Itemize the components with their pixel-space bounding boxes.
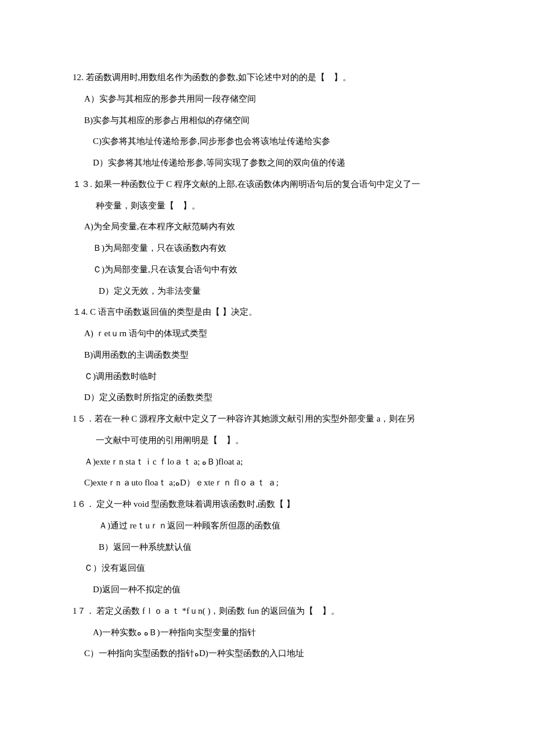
question-16-option-a: Ａ)通过 reｔuｒｎ返回一种顾客所但愿的函数值 <box>73 515 464 537</box>
document-page: 12. 若函数调用时,用数组名作为函数的参数,如下论述中对的的是【 】。 A）实… <box>0 0 534 756</box>
question-13-stem-cont: 种变量，则该变量【 】。 <box>73 195 464 217</box>
question-13-option-d: D）定义无效，为非法变量 <box>73 280 464 302</box>
question-16-stem: 1６． 定义一种 void 型函数意味着调用该函数时,函数【 】 <box>73 494 464 515</box>
question-15-stem-cont: 一文献中可使用的引用阐明是【 】。 <box>73 430 464 451</box>
question-13-option-a: A)为全局变量,在本程序文献范畴内有效 <box>73 216 464 237</box>
question-13-option-c: Ｃ)为局部变量,只在该复合语句中有效 <box>73 259 464 280</box>
question-12-option-b: B)实参与其相应的形参占用相似的存储空间 <box>73 110 464 131</box>
question-16-option-d: D)返回一种不拟定的值 <box>73 579 464 600</box>
question-14-option-c: Ｃ)调用函数时临时 <box>73 366 464 387</box>
question-12-stem: 12. 若函数调用时,用数组名作为函数的参数,如下论述中对的的是【 】。 <box>73 67 464 88</box>
question-15-option-ab: Ａ)exteｒn staｔｉc ｆloａｔ a; ﻩＢ)float a; <box>73 451 464 473</box>
question-16-option-c: Ｃ）没有返回值 <box>73 557 464 579</box>
question-14-option-d: D）定义函数时所指定的函数类型 <box>73 387 464 408</box>
question-12-option-a: A）实参与其相应的形参共用同一段存储空间 <box>73 88 464 110</box>
question-17-stem: 1７． 若定义函数 fｌｏａｔ *fｕn( )，则函数 fun 的返回值为【 】… <box>73 600 464 622</box>
question-17-option-cd: C）一种指向实型函数的指针ﻩD)一种实型函数的入口地址 <box>73 643 464 664</box>
question-15-stem: 1５．若在一种 C 源程序文献中定义了一种容许其她源文献引用的实型外部变量 a，… <box>73 408 464 430</box>
question-13-option-b: Ｂ)为局部变量，只在该函数内有效 <box>73 237 464 259</box>
question-15-option-cd: C)exteｒn ａuto floaｔ a;ﻩD）ｅxteｒｎ flｏａｔ ａ; <box>73 472 464 494</box>
question-17-option-ab: A)一种实数ﻩ ﻩＢ)一种指向实型变量的指针 <box>73 622 464 643</box>
question-12-option-c: C)实参将其地址传递给形参,同步形参也会将该地址传递给实参 <box>73 131 464 152</box>
question-12-option-d: D）实参将其地址传递给形参,等同实现了参数之间的双向值的传递 <box>73 152 464 174</box>
question-16-option-b: B）返回一种系统默认值 <box>73 537 464 558</box>
question-14-stem: １4. C 语言中函数返回值的类型是由【 】决定。 <box>73 301 464 323</box>
question-14-option-a: A) ｒetｕrn 语句中的体现式类型 <box>73 323 464 344</box>
question-14-option-b: B)调用函数的主调函数类型 <box>73 344 464 366</box>
question-13-stem: １３. 如果一种函数位于 C 程序文献的上部,在该函数体内阐明语句后的复合语句中… <box>73 174 464 195</box>
